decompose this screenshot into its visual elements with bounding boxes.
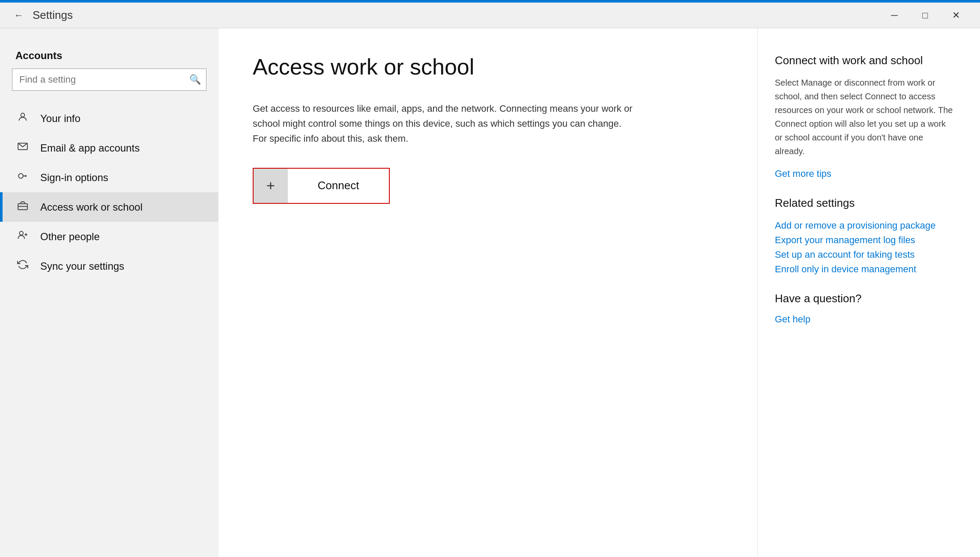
maximize-button[interactable]: □ [910,3,941,28]
app-body: Accounts 🔍 Your info Email & app [0,28,980,557]
sign-in-label: Sign-in options [40,172,108,184]
sidebar-item-your-info[interactable]: Your info [0,104,218,133]
titlebar: ← Settings ─ □ ✕ [0,3,980,28]
related-settings-section: Related settings [775,197,954,210]
sidebar-section-label: Accounts [0,41,218,69]
sidebar-item-sync-settings[interactable]: Sync your settings [0,251,218,281]
close-button[interactable]: ✕ [941,3,971,28]
svg-point-5 [19,231,23,235]
connect-section: Connect with work and school Select Mana… [775,54,954,179]
app-title: Settings [33,9,73,22]
main-content: Access work or school Get access to reso… [218,28,757,557]
provisioning-package-link[interactable]: Add or remove a provisioning package [775,220,954,231]
account-for-tests-link[interactable]: Set up an account for taking tests [775,249,954,260]
sidebar-item-other-people[interactable]: Other people [0,222,218,251]
sync-icon [15,259,30,273]
minimize-button[interactable]: ─ [879,3,910,28]
related-settings-title: Related settings [775,197,954,210]
enroll-device-mgmt-link[interactable]: Enroll only in device management [775,264,954,275]
have-question-title: Have a question? [775,292,954,305]
search-box[interactable]: 🔍 [12,69,206,91]
sync-settings-label: Sync your settings [40,260,124,272]
briefcase-icon [15,200,30,214]
page-description: Get access to resources like email, apps… [253,101,638,146]
search-icon[interactable]: 🔍 [184,69,206,91]
your-info-label: Your info [40,113,81,125]
connect-button[interactable]: + Connect [253,168,390,204]
svg-point-0 [21,113,25,117]
sidebar-item-sign-in[interactable]: Sign-in options [0,163,218,192]
connect-section-title: Connect with work and school [775,54,954,67]
connect-label: Connect [288,179,389,192]
svg-point-2 [18,174,23,179]
export-log-link[interactable]: Export your management log files [775,235,954,246]
have-question-section: Have a question? Get help [775,292,954,325]
person-add-icon [15,229,30,244]
get-help-link[interactable]: Get help [775,314,954,325]
get-more-tips-link[interactable]: Get more tips [775,168,954,179]
sidebar: Accounts 🔍 Your info Email & app [0,28,218,557]
sidebar-item-email-accounts[interactable]: Email & app accounts [0,133,218,163]
mail-icon [15,141,30,155]
email-accounts-label: Email & app accounts [40,142,140,154]
search-input[interactable] [12,74,184,85]
person-icon [15,111,30,125]
access-work-label: Access work or school [40,201,143,213]
connect-plus-icon: + [254,169,288,203]
window-controls: ─ □ ✕ [879,3,971,28]
sidebar-item-access-work[interactable]: Access work or school [0,192,218,222]
connect-section-text: Select Manage or disconnect from work or… [775,76,954,158]
other-people-label: Other people [40,231,100,243]
right-panel: Connect with work and school Select Mana… [757,28,980,557]
back-button[interactable]: ← [9,5,29,26]
page-title: Access work or school [253,54,723,80]
key-icon [15,170,30,185]
